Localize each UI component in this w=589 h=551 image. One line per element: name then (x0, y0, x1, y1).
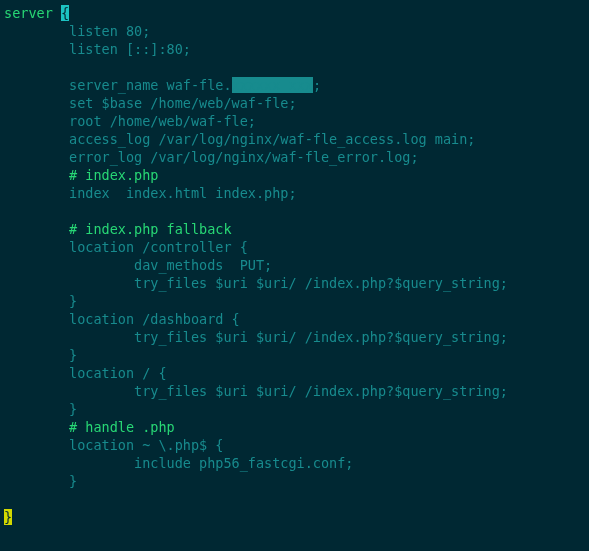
directive-include-fastcgi: include php56_fastcgi.conf; (134, 455, 353, 471)
brace-open-highlight: { (61, 5, 69, 21)
comment-index-php: # index.php (69, 167, 158, 183)
directive-access-log: access_log /var/log/nginx/waf-fle_access… (69, 131, 475, 147)
brace-close-root: } (69, 401, 77, 417)
directive-dav-methods: dav_methods PUT; (134, 257, 272, 273)
directive-try-files-dashboard: try_files $uri $uri/ /index.php?$query_s… (134, 329, 508, 345)
directive-server-name: server_name waf-fle. (69, 77, 232, 93)
comment-fallback: # index.php fallback (69, 221, 232, 237)
directive-set-base: set $base /home/web/waf-fle; (69, 95, 297, 111)
brace-close-php: } (69, 473, 77, 489)
keyword-server: server (4, 5, 53, 21)
brace-close-server-highlight: } (4, 509, 12, 525)
redacted-domain: xxxxxx xxx (232, 77, 313, 93)
directive-listen-80: listen 80; (69, 23, 150, 39)
brace-close-controller: } (69, 293, 77, 309)
directive-root: root /home/web/waf-fle; (69, 113, 256, 129)
directive-error-log: error_log /var/log/nginx/waf-fle_error.l… (69, 149, 419, 165)
location-php: location ~ \.php$ { (69, 437, 223, 453)
location-root: location / { (69, 365, 167, 381)
semicolon: ; (313, 77, 321, 93)
comment-handle-php: # handle .php (69, 419, 175, 435)
directive-try-files-root: try_files $uri $uri/ /index.php?$query_s… (134, 383, 508, 399)
directive-index: index index.html index.php; (69, 185, 297, 201)
brace-close-dashboard: } (69, 347, 77, 363)
directive-try-files-controller: try_files $uri $uri/ /index.php?$query_s… (134, 275, 508, 291)
location-controller: location /controller { (69, 239, 248, 255)
directive-listen-ipv6: listen [::]:80; (69, 41, 191, 57)
location-dashboard: location /dashboard { (69, 311, 240, 327)
